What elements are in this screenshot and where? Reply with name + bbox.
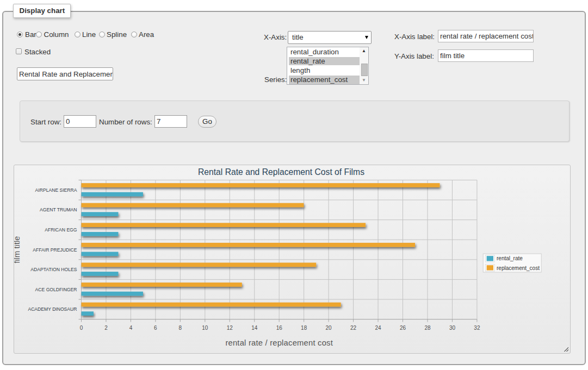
svg-text:ACE GOLDFINGER: ACE GOLDFINGER — [35, 287, 77, 292]
svg-text:22: 22 — [350, 325, 357, 331]
svg-text:12: 12 — [227, 325, 233, 331]
svg-text:8: 8 — [179, 325, 182, 331]
svg-text:32: 32 — [474, 325, 480, 331]
svg-text:AFFAIR PREJUDICE: AFFAIR PREJUDICE — [33, 247, 77, 253]
svg-text:16: 16 — [276, 325, 283, 331]
svg-text:28: 28 — [424, 325, 431, 331]
svg-text:replacement_cost: replacement_cost — [497, 265, 540, 271]
svg-text:6: 6 — [154, 325, 157, 331]
svg-text:2: 2 — [104, 325, 108, 331]
svg-text:26: 26 — [400, 325, 406, 331]
svg-text:rental_rate: rental_rate — [497, 255, 523, 261]
svg-text:30: 30 — [449, 325, 456, 331]
svg-text:AGENT TRUMAN: AGENT TRUMAN — [40, 207, 77, 212]
svg-text:20: 20 — [326, 325, 332, 331]
svg-text:Rental Rate and Replacement Co: Rental Rate and Replacement Cost of Film… — [198, 167, 364, 177]
svg-text:ACADEMY DINOSAUR: ACADEMY DINOSAUR — [28, 306, 77, 312]
svg-text:film title: film title — [14, 236, 21, 263]
svg-text:4: 4 — [129, 325, 133, 331]
svg-text:18: 18 — [301, 325, 307, 331]
svg-text:AFRICAN EGG: AFRICAN EGG — [45, 227, 77, 233]
svg-text:AIRPLANE SIERRA: AIRPLANE SIERRA — [35, 187, 77, 193]
svg-text:10: 10 — [202, 325, 208, 331]
svg-text:ADAPTATION HOLES: ADAPTATION HOLES — [30, 267, 77, 272]
svg-text:0: 0 — [80, 325, 83, 331]
svg-text:24: 24 — [375, 325, 381, 331]
svg-text:14: 14 — [251, 325, 258, 331]
svg-text:rental rate / replacement cost: rental rate / replacement cost — [225, 338, 333, 347]
